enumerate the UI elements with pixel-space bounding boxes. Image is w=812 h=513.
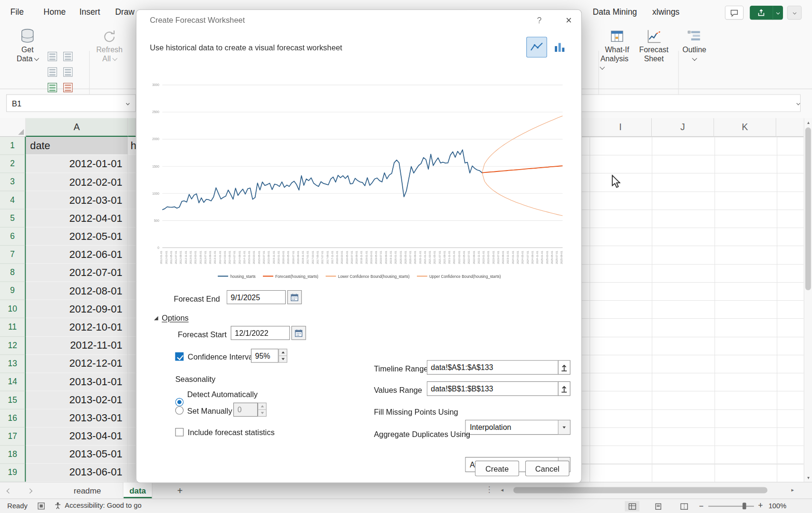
confidence-interval-spinner[interactable] <box>279 349 288 362</box>
cell-column-a[interactable]: 2012-03-01 <box>26 191 128 209</box>
data-source-settings-icon[interactable] <box>63 83 73 93</box>
cell-column-a[interactable]: 2012-11-01 <box>26 337 128 355</box>
timeline-range-picker-button[interactable] <box>558 360 570 375</box>
cell-column-b-sliver[interactable] <box>128 209 135 228</box>
bar-chart-type-button[interactable] <box>549 37 570 57</box>
detect-automatically-radio[interactable] <box>175 398 184 406</box>
set-manually-spinner[interactable] <box>258 403 267 417</box>
row-header[interactable]: 6 <box>0 228 25 246</box>
menu-tab-insert[interactable]: Insert <box>79 0 100 24</box>
forecast-start-input[interactable]: 12/1/2022 <box>231 326 290 340</box>
cell-column-a[interactable]: 2012-07-01 <box>26 264 128 282</box>
confidence-interval-input[interactable]: 95% <box>251 349 279 362</box>
cell-column-a[interactable]: 2013-06-01 <box>26 464 128 482</box>
menu-tab-file[interactable]: File <box>10 0 24 24</box>
row-header[interactable]: 5 <box>0 209 25 228</box>
zoom-slider-track[interactable] <box>708 505 754 506</box>
cell-column-a[interactable]: 2012-05-01 <box>26 228 128 246</box>
cell-column-b-sliver[interactable] <box>128 355 135 373</box>
row-header[interactable]: 16 <box>0 409 25 427</box>
cell-column-a[interactable]: 2012-01-01 <box>26 155 128 173</box>
row-header[interactable]: 4 <box>0 191 25 209</box>
from-table-icon[interactable] <box>48 83 57 93</box>
zoom-in-button[interactable]: + <box>758 501 763 511</box>
forecast-sheet-button[interactable]: Forecast Sheet <box>638 28 670 63</box>
dialog-close-button[interactable]: × <box>560 12 578 28</box>
include-forecast-statistics-checkbox[interactable] <box>175 428 184 436</box>
menu-tab-data-mining[interactable]: Data Mining <box>593 0 637 24</box>
column-header-partial[interactable] <box>776 118 804 137</box>
cell-column-a[interactable]: 2012-09-01 <box>26 300 128 318</box>
cell-column-a[interactable]: 2012-08-01 <box>26 282 128 300</box>
forecast-end-datepicker-button[interactable] <box>287 290 302 304</box>
cell-column-b-sliver[interactable] <box>128 464 135 482</box>
row-header[interactable]: 3 <box>0 173 25 191</box>
line-chart-type-button[interactable] <box>526 37 547 57</box>
page-break-view-button[interactable] <box>677 501 691 512</box>
menu-tab-draw[interactable]: Draw <box>115 0 135 24</box>
cell-column-b-sliver[interactable] <box>128 264 135 282</box>
scroll-down-icon[interactable]: ▾ <box>804 475 812 480</box>
row-header[interactable]: 15 <box>0 391 25 409</box>
zoom-out-button[interactable]: − <box>699 502 704 511</box>
select-all-corner[interactable] <box>0 118 26 137</box>
fill-missing-points-select[interactable]: Interpolation <box>465 420 570 435</box>
set-manually-input[interactable]: 0 <box>233 403 258 417</box>
get-data-button[interactable]: Get Data <box>13 28 41 63</box>
hscroll-right-icon[interactable]: ▸ <box>791 487 793 493</box>
forecast-end-input[interactable]: 9/1/2025 <box>227 290 286 304</box>
sheet-tab-readme[interactable]: readme <box>52 483 124 499</box>
cell-column-b-sliver[interactable] <box>128 373 135 391</box>
zoom-level[interactable]: 100% <box>768 502 786 510</box>
scroll-up-icon[interactable]: ▴ <box>804 120 812 125</box>
cell-column-a[interactable]: 2013-01-01 <box>26 373 128 391</box>
hscroll-left-icon[interactable]: ◂ <box>501 487 503 493</box>
sheet-tab-data[interactable]: data <box>124 483 153 499</box>
dialog-help-button[interactable]: ? <box>532 13 547 28</box>
zoom-slider-thumb[interactable] <box>743 503 746 509</box>
cell-column-a[interactable]: 2012-02-01 <box>26 173 128 191</box>
cell-column-b-sliver[interactable] <box>128 391 135 409</box>
row-header[interactable]: 14 <box>0 373 25 391</box>
row-header[interactable]: 9 <box>0 282 25 300</box>
row-header[interactable]: 17 <box>0 428 25 446</box>
cell-column-b-sliver[interactable] <box>128 173 135 191</box>
cell-column-a[interactable]: 2012-10-01 <box>26 318 128 336</box>
column-header-k[interactable]: K <box>714 118 776 137</box>
cell-column-a[interactable]: 2012-04-01 <box>26 209 128 228</box>
row-header[interactable]: 19 <box>0 464 25 482</box>
row-header[interactable]: 2 <box>0 155 25 173</box>
macro-record-icon[interactable] <box>38 502 45 512</box>
row-header[interactable]: 7 <box>0 246 25 264</box>
accessibility-status[interactable]: Accessibility: Good to go <box>54 502 141 509</box>
formula-bar-expand-button[interactable] <box>793 98 804 108</box>
cell-column-b-sliver[interactable] <box>128 228 135 246</box>
name-box[interactable]: B1 <box>6 95 136 112</box>
cell-column-a[interactable]: 2012-12-01 <box>26 355 128 373</box>
sheet-nav-right-icon[interactable] <box>28 486 32 496</box>
values-range-input[interactable]: data!$B$1:$B$133 <box>427 381 559 396</box>
cell-column-b-sliver[interactable] <box>128 446 135 464</box>
tab-scrollbar-divider-icon[interactable]: ⋮ <box>485 485 493 494</box>
cancel-button[interactable]: Cancel <box>525 461 570 476</box>
row-header[interactable]: 1 <box>0 137 25 155</box>
cell-column-b-sliver[interactable]: h <box>128 137 135 155</box>
row-header[interactable]: 12 <box>0 337 25 355</box>
cell-column-a[interactable]: 2013-04-01 <box>26 428 128 446</box>
column-header-b-sliver[interactable] <box>128 118 135 137</box>
column-header-j[interactable]: J <box>652 118 714 137</box>
forecast-start-datepicker-button[interactable] <box>291 326 306 340</box>
confidence-interval-checkbox[interactable] <box>175 352 184 361</box>
set-manually-radio[interactable] <box>175 406 184 414</box>
sheet-nav-left-icon[interactable] <box>7 486 11 496</box>
row-header[interactable]: 8 <box>0 264 25 282</box>
row-header[interactable]: 11 <box>0 318 25 336</box>
vertical-scrollbar[interactable]: ▴ ▾ <box>804 118 812 482</box>
timeline-range-input[interactable]: data!$A$1:$A$133 <box>427 360 559 375</box>
ribbon-options-button[interactable] <box>787 6 802 19</box>
normal-view-button[interactable] <box>625 501 639 512</box>
vertical-scrollbar-thumb[interactable] <box>805 127 811 290</box>
cell-column-b-sliver[interactable] <box>128 300 135 318</box>
cell-column-a[interactable]: 2013-03-01 <box>26 409 128 427</box>
cell-column-b-sliver[interactable] <box>128 318 135 336</box>
